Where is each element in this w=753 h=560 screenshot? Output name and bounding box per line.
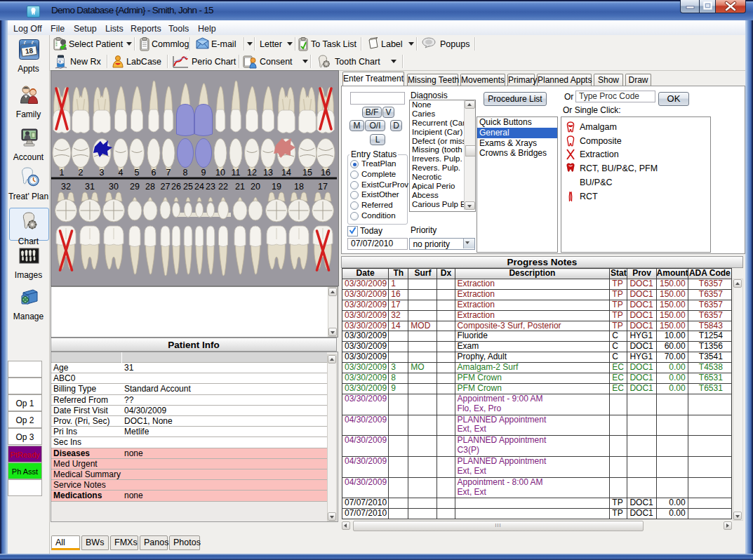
svg-text:17: 17 — [318, 182, 328, 192]
svg-text:16: 16 — [321, 168, 331, 178]
svg-text:32: 32 — [61, 182, 71, 192]
svg-text:14: 14 — [281, 168, 291, 178]
svg-text:15: 15 — [302, 168, 312, 178]
svg-text:23: 23 — [206, 182, 215, 192]
svg-text:19: 19 — [272, 182, 281, 192]
svg-text:22: 22 — [218, 182, 228, 192]
svg-text:29: 29 — [130, 182, 140, 192]
svg-text:25: 25 — [183, 182, 193, 192]
svg-text:12: 12 — [247, 168, 257, 178]
svg-text:21: 21 — [235, 182, 245, 192]
svg-text:5: 5 — [135, 168, 140, 178]
svg-text:28: 28 — [145, 182, 155, 192]
svg-text:9: 9 — [201, 168, 206, 178]
svg-text:30: 30 — [109, 182, 119, 192]
svg-text:18: 18 — [294, 182, 304, 192]
svg-text:13: 13 — [263, 168, 273, 178]
svg-text:6: 6 — [152, 168, 156, 178]
svg-text:27: 27 — [161, 182, 171, 192]
svg-text:4: 4 — [119, 168, 124, 178]
svg-text:8: 8 — [183, 168, 188, 178]
svg-text:24: 24 — [194, 182, 204, 192]
svg-text:20: 20 — [251, 182, 260, 192]
svg-text:7: 7 — [166, 168, 171, 178]
svg-text:10: 10 — [215, 168, 225, 178]
svg-text:3: 3 — [100, 168, 105, 178]
svg-text:18: 18 — [25, 46, 34, 55]
svg-text:11: 11 — [232, 168, 241, 178]
svg-text:2: 2 — [79, 168, 84, 178]
svg-text:31: 31 — [85, 182, 95, 192]
svg-text:26: 26 — [171, 182, 181, 192]
svg-text:1: 1 — [60, 168, 65, 178]
